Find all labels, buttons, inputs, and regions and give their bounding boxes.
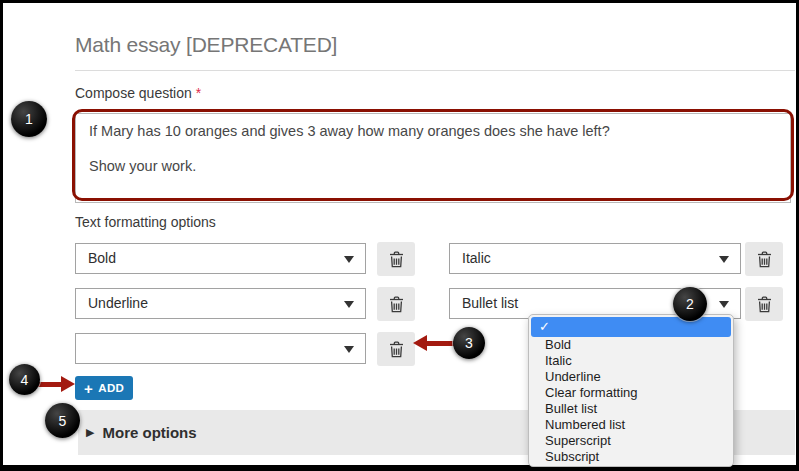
annotation-arrow-3-shaft (425, 341, 456, 346)
callout-badge-4: 4 (9, 364, 40, 395)
format-select-3[interactable]: Underline (75, 288, 366, 319)
delete-format-5-button[interactable] (377, 332, 415, 366)
callout-badge-2: 2 (673, 287, 707, 321)
compose-question-textarea[interactable]: If Mary has 10 oranges and gives 3 away … (75, 113, 791, 203)
delete-format-4-button[interactable] (745, 287, 783, 321)
question-text-line: Show your work. (89, 158, 196, 174)
menu-item-bullet-list[interactable]: Bullet list (529, 401, 733, 417)
menu-item-bold[interactable]: Bold (529, 337, 733, 353)
menu-item-italic[interactable]: Italic (529, 353, 733, 369)
trash-icon (757, 251, 772, 268)
chevron-down-icon (719, 256, 729, 263)
menu-item-numbered-list[interactable]: Numbered list (529, 417, 733, 433)
chevron-down-icon (344, 256, 354, 263)
menu-item-superscript[interactable]: Superscript (529, 433, 733, 449)
chevron-down-icon (344, 301, 354, 308)
page-title: Math essay [DEPRECATED] (75, 33, 337, 57)
question-text-line: If Mary has 10 oranges and gives 3 away … (89, 123, 610, 139)
callout-badge-5: 5 (45, 403, 80, 438)
trash-icon (757, 296, 772, 313)
text-formatting-options-label: Text formatting options (75, 214, 216, 230)
delete-format-1-button[interactable] (377, 242, 415, 276)
callout-badge-1: 1 (11, 101, 47, 137)
chevron-down-icon (719, 301, 729, 308)
checkmark-icon: ✓ (539, 319, 550, 334)
annotation-arrow-4-shaft (37, 382, 63, 387)
format-select-2[interactable]: Italic (449, 243, 741, 274)
delete-format-2-button[interactable] (745, 242, 783, 276)
menu-item-subscript[interactable]: Subscript (529, 449, 733, 465)
add-button[interactable]: + ADD (75, 376, 133, 400)
chevron-down-icon (344, 346, 354, 353)
annotation-arrow-4-head (61, 376, 75, 392)
disclosure-triangle-icon: ▶ (86, 426, 94, 439)
compose-question-label: Compose question * (75, 85, 201, 101)
page-background: Math essay [DEPRECATED] Compose question… (3, 3, 796, 465)
callout-badge-3: 3 (453, 327, 485, 359)
trash-icon (389, 296, 404, 313)
title-divider (75, 70, 795, 71)
format-select-5[interactable] (75, 333, 366, 364)
delete-format-3-button[interactable] (377, 287, 415, 321)
screenshot-frame: Math essay [DEPRECATED] Compose question… (0, 0, 799, 471)
open-dropdown-menu: ✓ Bold Italic Underline Clear formatting… (528, 314, 734, 467)
trash-icon (389, 341, 404, 358)
menu-item-selected[interactable]: ✓ (531, 317, 731, 337)
format-select-1[interactable]: Bold (75, 243, 366, 274)
plus-icon: + (84, 381, 93, 396)
required-asterisk: * (196, 85, 201, 101)
menu-item-underline[interactable]: Underline (529, 369, 733, 385)
menu-item-clear-formatting[interactable]: Clear formatting (529, 385, 733, 401)
trash-icon (389, 251, 404, 268)
